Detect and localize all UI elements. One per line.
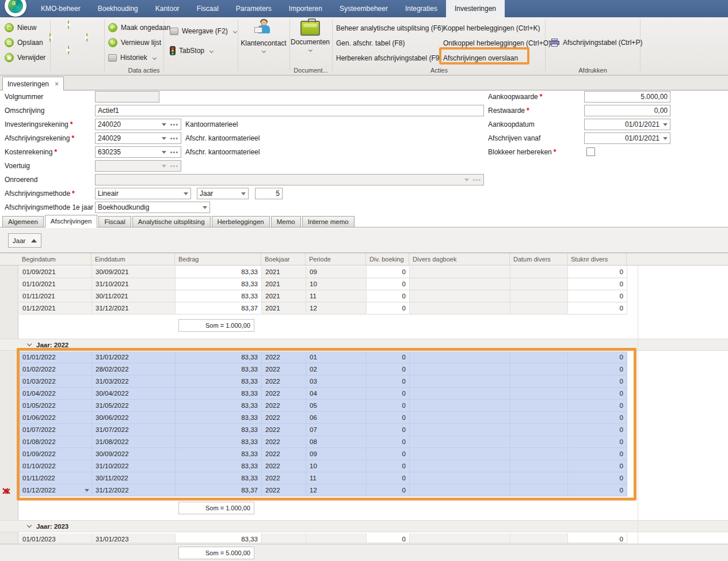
klantencontact-button[interactable]: Klantencontact	[238, 20, 289, 55]
tab-fiscaal[interactable]: Fiscaal	[98, 216, 131, 227]
menu-item-systeembeheer[interactable]: Systeembeheer	[331, 0, 397, 17]
table-row[interactable]: 01/10/202231/10/202283,3320221000	[19, 460, 627, 472]
tab-analytische-uitsplitsing[interactable]: Analytische uitsplitsing	[132, 216, 211, 227]
nieuw-button[interactable]: ▢ Nieuw	[5, 22, 36, 33]
koppel-herbeleggingen-button[interactable]: Koppel herbeleggingen (Ctrl+K)	[443, 22, 540, 34]
nav-next-button[interactable]	[68, 46, 69, 54]
voertuig-field[interactable]: •••	[95, 160, 181, 172]
table-row[interactable]: 01/07/202231/07/202283,3320220700	[19, 424, 627, 436]
menu-item-integraties[interactable]: Integraties	[397, 0, 446, 17]
column-header[interactable]: Datum divers	[510, 253, 567, 265]
vernieuw-lijst-button[interactable]: ↻ Vernieuw lijst	[108, 37, 161, 48]
chevron-down-icon[interactable]	[162, 151, 166, 154]
afschrijven-vanaf-field[interactable]: 01/01/2021	[584, 132, 670, 144]
column-header[interactable]: Stuknr divers	[567, 253, 627, 265]
tab-investeringen[interactable]: Investeringen ×	[2, 77, 64, 90]
group-row[interactable]: Jaar: 2022	[0, 339, 728, 351]
group-row[interactable]: Jaar: 2023	[0, 520, 728, 532]
menu-item-fiscaal[interactable]: Fiscaal	[188, 0, 227, 17]
beheer-analytische-uitsplitsing-button[interactable]: Beheer analytische uitsplitsing (F6)	[336, 22, 444, 34]
close-icon[interactable]: ×	[55, 80, 59, 88]
afschrijvingstabel-button[interactable]: Afschrijvingstabel (Ctrl+P)	[550, 37, 642, 48]
group-by-jaar-button[interactable]: Jaar	[8, 233, 41, 248]
menu-item-kantoor[interactable]: Kantoor	[147, 0, 188, 17]
aankoopdatum-field[interactable]: 01/01/2021	[584, 119, 670, 130]
menu-item-boekhouding[interactable]: Boekhouding	[89, 0, 147, 17]
nav-last-button[interactable]	[86, 33, 87, 41]
menu-item-importeren[interactable]: Importeren	[280, 0, 331, 17]
table-row[interactable]: 01/01/202331/01/202383,3300	[19, 533, 627, 543]
documenten-button[interactable]: Documenten	[288, 20, 333, 54]
gen-afschr-tabel-button[interactable]: Gen. afschr. tabel (F8)	[336, 37, 405, 49]
onroerend-field[interactable]: •••	[95, 174, 484, 185]
column-header[interactable]: Div. boeking	[366, 253, 409, 265]
tab-interne-memo[interactable]: Interne memo	[302, 216, 355, 227]
table-row[interactable]: 01/01/202231/01/202283,3320220100	[19, 351, 627, 363]
column-header[interactable]: Periode	[306, 253, 366, 265]
column-header[interactable]: Divers dagboek	[409, 253, 510, 265]
menu-item-investeringen[interactable]: Investeringen	[446, 0, 505, 17]
tab-afschrijvingen[interactable]: Afschrijvingen	[45, 215, 98, 228]
opslaan-button[interactable]: ▤ Opslaan	[5, 37, 43, 48]
chevron-down-icon[interactable]	[663, 123, 668, 126]
kostenrekening-field[interactable]: 630235•••	[95, 146, 181, 158]
volgnummer-field[interactable]	[95, 91, 159, 103]
table-row[interactable]: 01/03/202231/03/202283,3320220300	[19, 376, 627, 388]
table-row[interactable]: 01/11/202230/11/202283,3320221100	[19, 472, 627, 484]
table-row[interactable]: 01/02/202228/02/202283,3320220200	[19, 363, 627, 376]
lookup-ellipsis-icon[interactable]: •••	[170, 150, 178, 154]
afschrijvingsmethode-aantal-field[interactable]: 5	[255, 188, 283, 199]
table-row[interactable]: 01/12/202231/12/202283,3720221200	[19, 484, 627, 496]
column-header[interactable]: Begindatum	[18, 253, 92, 265]
menu-item-parameters[interactable]: Parameters	[227, 0, 280, 17]
nav-first-button[interactable]	[49, 33, 51, 41]
afschrijvingen-overslaan-button[interactable]: Afschrijvingen overslaan	[443, 52, 518, 64]
table-row[interactable]: 01/10/202131/10/202183,3320211000	[19, 278, 627, 290]
tab-herbeleggingen[interactable]: Herbeleggingen	[212, 216, 270, 227]
table-cell: 31/05/2022	[92, 400, 176, 411]
tabstop-button[interactable]: TabStop	[170, 45, 213, 56]
maak-ongedaan-button[interactable]: ↶ Maak ongedaan	[108, 22, 170, 33]
column-header[interactable]: Boekjaar	[261, 253, 306, 265]
table-row[interactable]: 01/05/202231/05/202283,3320220500	[19, 400, 627, 412]
chevron-down-icon[interactable]	[85, 489, 89, 492]
historiek-button[interactable]: Historiek	[108, 52, 156, 63]
blokkeer-herbereken-checkbox[interactable]	[586, 147, 595, 156]
tab-memo[interactable]: Memo	[271, 216, 301, 227]
chevron-down-icon[interactable]	[162, 137, 166, 140]
chevron-down-icon[interactable]	[184, 192, 188, 195]
table-row[interactable]: 01/08/202231/08/202283,3320220800	[19, 436, 627, 448]
ontkoppel-herbeleggingen-button[interactable]: Ontkoppel herbeleggingen (Ctrl+O)	[443, 37, 551, 49]
table-row[interactable]: 01/12/202131/12/202183,3720211200	[19, 302, 627, 314]
verwijder-button[interactable]: ▣ Verwijder	[5, 52, 45, 63]
menu-item-kmo-beheer[interactable]: KMO-beheer	[32, 0, 89, 17]
table-cell: 83,33	[176, 448, 262, 460]
group-expand-icon[interactable]	[27, 523, 32, 528]
table-row[interactable]: 01/09/202130/09/202183,3320210900	[19, 266, 627, 278]
chevron-down-icon[interactable]	[241, 192, 246, 195]
methode-1e-jaar-select[interactable]: Boekhoudkundig	[95, 202, 210, 213]
chevron-down-icon[interactable]	[203, 206, 207, 209]
table-row[interactable]: 01/06/202230/06/202283,3320220600	[19, 412, 627, 424]
tab-algemeen[interactable]: Algemeen	[2, 216, 44, 227]
omschrijving-field[interactable]: Actief1	[95, 105, 484, 116]
lookup-ellipsis-icon[interactable]: •••	[170, 136, 178, 141]
chevron-down-icon[interactable]	[663, 137, 668, 140]
table-row[interactable]: 01/04/202230/04/202283,3320220400	[19, 388, 627, 400]
nav-prev-button[interactable]	[68, 21, 69, 29]
column-header[interactable]: Einddatum	[92, 253, 175, 265]
lookup-ellipsis-icon[interactable]: •••	[170, 122, 178, 127]
group-expand-icon[interactable]	[27, 342, 32, 346]
herbereken-afschrijvingstabel-button[interactable]: Herbereken afschrijvingstabel (F9)	[336, 52, 441, 64]
aankoopwaarde-field[interactable]: 5.000,00	[584, 91, 670, 103]
column-header[interactable]: Bedrag	[175, 253, 261, 265]
table-row[interactable]: 01/09/202230/09/202283,3320220900	[19, 448, 627, 460]
chevron-down-icon[interactable]	[162, 123, 166, 126]
weergave-button[interactable]: Weergave (F2)	[170, 25, 237, 37]
afschrijvingsmethode-periode-select[interactable]: Jaar	[197, 188, 249, 199]
afschrijvingsmethode-select[interactable]: Lineair	[95, 188, 191, 199]
table-row[interactable]: 01/11/202130/11/202183,3320211100	[19, 290, 627, 302]
investeringsrekening-field[interactable]: 240020•••	[95, 119, 181, 130]
afschrijvingsrekening-field[interactable]: 240029•••	[95, 132, 181, 144]
restwaarde-field[interactable]: 0,00	[584, 105, 670, 116]
